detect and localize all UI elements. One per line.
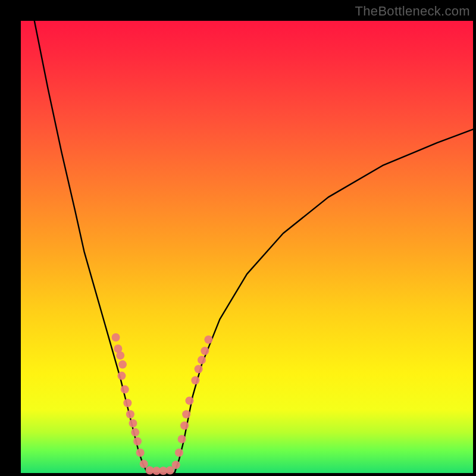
svg-point-12 — [140, 460, 148, 468]
chart-frame: TheBottleneck.com — [0, 0, 476, 476]
svg-point-3 — [118, 361, 127, 369]
svg-point-19 — [178, 435, 186, 443]
svg-point-5 — [121, 385, 129, 393]
svg-point-22 — [185, 396, 193, 405]
svg-point-9 — [131, 428, 139, 437]
watermark-text: TheBottleneck.com — [355, 4, 470, 19]
svg-point-2 — [116, 351, 124, 359]
svg-point-17 — [172, 461, 180, 469]
svg-point-21 — [182, 410, 190, 418]
data-dots — [112, 333, 213, 475]
svg-point-0 — [112, 333, 120, 342]
svg-point-8 — [129, 419, 137, 427]
svg-point-23 — [191, 376, 199, 384]
svg-point-20 — [180, 421, 189, 430]
svg-point-18 — [175, 449, 183, 457]
svg-point-11 — [136, 449, 145, 457]
svg-point-25 — [198, 356, 206, 364]
svg-point-7 — [126, 410, 134, 418]
svg-point-10 — [133, 437, 142, 446]
svg-point-26 — [201, 347, 209, 355]
svg-point-4 — [117, 372, 126, 380]
plot-area — [21, 21, 473, 473]
svg-point-24 — [195, 365, 203, 373]
bottleneck-curve — [35, 21, 473, 473]
svg-point-27 — [204, 336, 212, 344]
svg-point-6 — [123, 399, 131, 407]
curve-layer — [21, 21, 473, 473]
